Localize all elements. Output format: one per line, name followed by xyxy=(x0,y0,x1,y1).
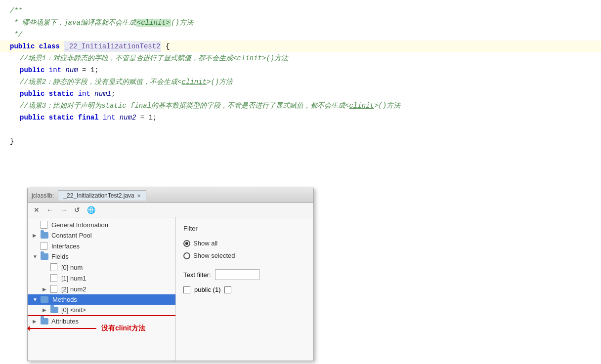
chevron-icon: ▶ xyxy=(43,307,48,313)
folder-icon xyxy=(50,307,58,313)
folder-icon xyxy=(41,253,48,260)
code-text: * 哪些场景下，java编译器就不会生成<clinit>()方法 xyxy=(10,17,193,28)
red-arrow-svg xyxy=(27,324,101,333)
annotation-text: 没有clinit方法 xyxy=(101,324,145,333)
folder-icon xyxy=(41,232,48,239)
close-brace: } xyxy=(10,136,14,147)
globe-button[interactable]: 🌐 xyxy=(85,205,97,215)
chevron-icon: ▼ xyxy=(33,297,39,302)
jclasslib-titlebar: jclasslib: _22_InitializationTest2.java … xyxy=(28,188,313,203)
tree-label-init: [0] <init> xyxy=(61,306,86,314)
tree-label-methods: Methods xyxy=(52,296,77,303)
tab-close-icon[interactable]: ✕ xyxy=(137,193,141,199)
code-line: * 哪些场景下，java编译器就不会生成<clinit>()方法 xyxy=(0,17,601,29)
filter-panel: Filter Show all Show selected Text filte… xyxy=(176,217,313,361)
refresh-button[interactable]: ↺ xyxy=(72,205,82,215)
kw-public: public xyxy=(20,112,44,123)
chevron-placeholder xyxy=(43,276,48,281)
var-num: num xyxy=(65,65,78,76)
tree-label-num: [0] num xyxy=(61,264,83,271)
tree-item-init[interactable]: ▶ [0] <init> xyxy=(28,305,175,316)
var-num1: num1 xyxy=(94,88,111,99)
tree-item-interfaces[interactable]: Interfaces xyxy=(28,241,175,251)
tree-label-general: General Information xyxy=(51,221,108,229)
kw-static: static xyxy=(49,88,74,99)
close-button[interactable]: ✕ xyxy=(32,205,42,215)
tree-item-constant-pool[interactable]: ▶ Constant Pool xyxy=(28,230,175,241)
code-line: public static int num1; xyxy=(0,88,601,100)
show-all-label: Show all xyxy=(193,240,217,247)
chevron-icon: ▼ xyxy=(33,254,39,259)
jclasslib-tab[interactable]: _22_InitializationTest2.java ✕ xyxy=(58,190,146,201)
radio-circle-checked xyxy=(183,240,190,247)
svg-marker-1 xyxy=(27,326,30,331)
code-line xyxy=(0,123,601,135)
code-line-close-brace: } xyxy=(0,135,601,147)
panel-body: General Information ▶ Constant Pool Inte… xyxy=(28,217,313,361)
kw-public: public xyxy=(20,65,44,76)
tree-panel: General Information ▶ Constant Pool Inte… xyxy=(28,217,176,361)
class-name: _22_InitializationTest2 xyxy=(64,41,161,52)
chevron-placeholder xyxy=(43,265,48,270)
page-icon xyxy=(50,263,57,271)
code-line: //场景1：对应非静态的字段，不管是否进行了显式赋值，都不会生成<clinit>… xyxy=(0,52,601,64)
tree-item-methods[interactable]: ▼ Methods xyxy=(28,294,175,305)
tree-item-num2[interactable]: ▶ [2] num2 xyxy=(28,283,175,294)
type-int: int xyxy=(103,112,115,123)
code-line: public int num = 1; xyxy=(0,64,601,76)
filter-title: Filter xyxy=(183,225,306,232)
chevron-icon: ▶ xyxy=(43,286,48,292)
code-line: //场景3：比如对于声明为static final的基本数据类型的字段，不管是否… xyxy=(0,100,601,112)
keyword-class: class xyxy=(39,41,60,52)
kw-public: public xyxy=(20,88,44,99)
tree-label-fields: Fields xyxy=(51,253,69,260)
tab-filename: _22_InitializationTest2.java xyxy=(63,192,134,199)
code-text: //场景1：对应非静态的字段，不管是否进行了显式赋值，都不会生成<clinit>… xyxy=(10,53,288,64)
var-num2: num2 xyxy=(120,112,136,123)
page-icon xyxy=(50,274,57,282)
tree-item-num[interactable]: [0] num xyxy=(28,262,175,273)
checkbox-right[interactable] xyxy=(224,286,231,293)
chevron-icon: ▶ xyxy=(33,233,39,238)
tree-item-general[interactable]: General Information xyxy=(28,219,175,230)
code-line: //场景2：静态的字段，没有显式的赋值，不会生成<clinit>()方法 xyxy=(0,76,601,88)
tree-item-fields[interactable]: ▼ Fields xyxy=(28,251,175,262)
radio-show-all[interactable]: Show all xyxy=(183,240,306,247)
tree-label-interfaces: Interfaces xyxy=(51,243,80,250)
tree-label-num2: [2] num2 xyxy=(61,285,86,293)
code-line: public static final int num2 = 1; xyxy=(0,112,601,123)
kw-final: final xyxy=(78,112,99,123)
kw-static: static xyxy=(49,112,74,123)
code-text: */ xyxy=(10,29,22,40)
jclasslib-panel: jclasslib: _22_InitializationTest2.java … xyxy=(27,188,314,361)
text-filter-input[interactable] xyxy=(215,269,259,280)
code-line-class-decl: public class _22_InitializationTest2 { xyxy=(0,40,601,52)
folder-icon-selected xyxy=(41,296,48,303)
forward-button[interactable]: → xyxy=(58,205,69,215)
jclasslib-toolbar: ✕ ← → ↺ 🌐 xyxy=(28,203,313,217)
chevron-placeholder xyxy=(33,243,39,249)
code-line: /** xyxy=(0,5,601,17)
tree-item-num1[interactable]: [1] num1 xyxy=(28,273,175,283)
checkbox-public[interactable] xyxy=(183,286,190,293)
text-filter-row: Text filter: xyxy=(183,269,306,280)
jclasslib-label: jclasslib: xyxy=(32,192,54,199)
code-text: /** xyxy=(10,5,22,16)
show-selected-label: Show selected xyxy=(193,252,235,259)
page-icon xyxy=(41,242,47,250)
radio-show-selected[interactable]: Show selected xyxy=(183,252,306,259)
annotation-container: 没有clinit方法 xyxy=(27,324,145,333)
code-text: //场景2：静态的字段，没有显式的赋值，不会生成<clinit>()方法 xyxy=(10,77,233,87)
code-line: */ xyxy=(0,29,601,40)
tree-label-num1: [1] num1 xyxy=(61,275,86,282)
page-icon xyxy=(50,285,57,293)
tree-label-constant-pool: Constant Pool xyxy=(51,232,92,239)
public-label: public (1) xyxy=(194,286,220,293)
code-text: //场景3：比如对于声明为static final的基本数据类型的字段，不管是否… xyxy=(10,100,400,111)
page-icon xyxy=(41,221,47,229)
back-button[interactable]: ← xyxy=(44,205,55,215)
checkbox-row: public (1) xyxy=(183,286,306,293)
chevron-placeholder xyxy=(33,222,39,228)
tag-clinit: <clinit> xyxy=(136,19,171,27)
keyword-public: public xyxy=(10,41,35,52)
